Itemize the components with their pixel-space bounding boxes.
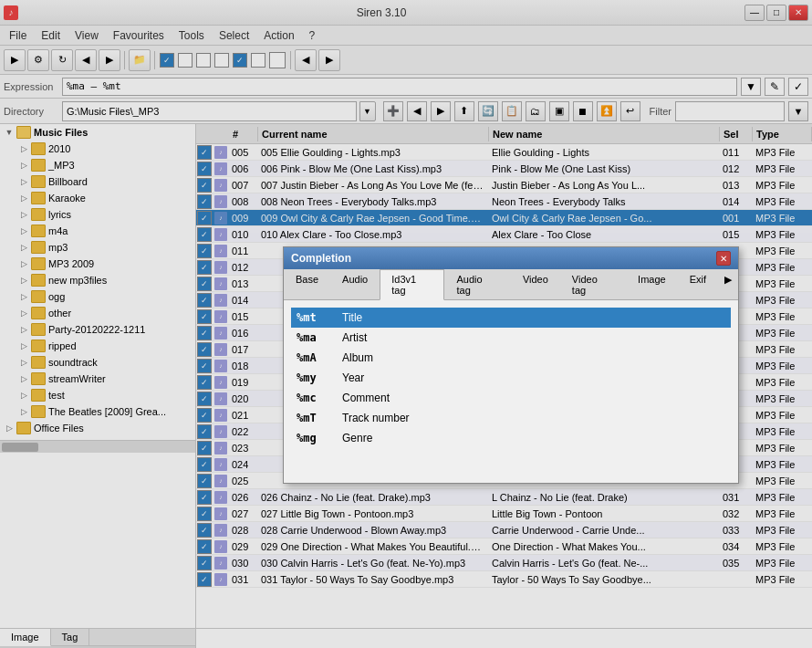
modal-overlay: Completion ✕ Base Audio Id3v1 tag Audio … (0, 0, 812, 648)
modal-content: %mt Title %ma Artist %mA Album %my Year … (284, 300, 738, 483)
modal-tabs: Base Audio Id3v1 tag Audio tag Video Vid… (284, 269, 738, 300)
modal-tab-video[interactable]: Video (511, 269, 560, 300)
completion-code-my: %my (291, 370, 337, 386)
modal-tab-audio[interactable]: Audio (330, 269, 380, 300)
modal-tab-exif[interactable]: Exif (678, 269, 718, 300)
modal-tab-id3v1[interactable]: Id3v1 tag (380, 269, 444, 300)
completion-desc-ma: Artist (337, 329, 731, 346)
modal-close-button[interactable]: ✕ (716, 251, 731, 266)
completion-desc-mt: Title (337, 309, 731, 326)
completion-row-ma[interactable]: %ma Artist (291, 328, 731, 348)
completion-desc-mA: Album (337, 350, 731, 366)
completion-row-mc[interactable]: %mc Comment (291, 388, 731, 408)
modal-title: Completion (291, 252, 351, 265)
completion-row-my[interactable]: %my Year (291, 368, 731, 388)
completion-row-mA[interactable]: %mA Album (291, 348, 731, 368)
completion-code-mg: %mg (291, 430, 337, 446)
completion-desc-mg: Genre (337, 430, 731, 446)
modal-tab-base[interactable]: Base (284, 269, 330, 300)
modal-tab-audiotag[interactable]: Audio tag (444, 269, 510, 300)
modal-tab-more[interactable]: ▶ (718, 269, 738, 300)
completion-row-mT[interactable]: %mT Track number (291, 408, 731, 428)
completion-desc-mT: Track number (337, 410, 731, 426)
completion-desc-my: Year (337, 370, 731, 386)
completion-dialog: Completion ✕ Base Audio Id3v1 tag Audio … (283, 246, 739, 484)
completion-code-mT: %mT (291, 410, 337, 426)
completion-row-mg[interactable]: %mg Genre (291, 428, 731, 448)
modal-tab-image[interactable]: Image (626, 269, 678, 300)
modal-tab-videotag[interactable]: Video tag (560, 269, 626, 300)
completion-code-mc: %mc (291, 390, 337, 406)
modal-titlebar: Completion ✕ (284, 247, 738, 269)
completion-code-mt: %mt (291, 309, 337, 326)
completion-desc-mc: Comment (337, 390, 731, 406)
completion-row-mt[interactable]: %mt Title (291, 308, 731, 328)
completion-code-mA: %mA (291, 350, 337, 366)
completion-code-ma: %ma (291, 329, 337, 346)
